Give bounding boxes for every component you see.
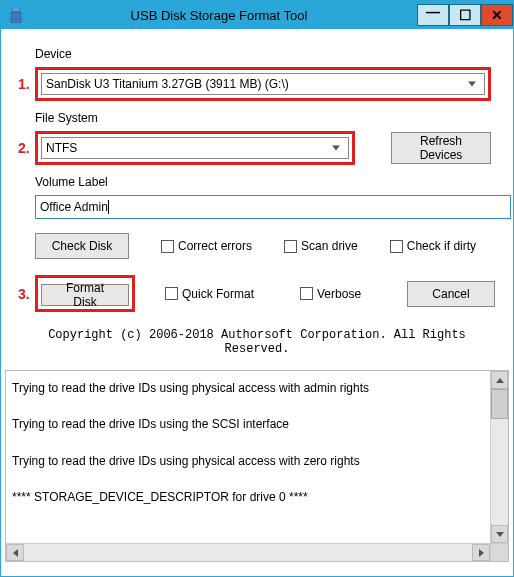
- volume-label-label: Volume Label: [35, 175, 495, 189]
- checkbox-icon: [390, 240, 403, 253]
- scroll-right-button[interactable]: [472, 544, 490, 561]
- format-highlight-frame: 3. Format Disk: [35, 275, 135, 312]
- verbose-label: Verbose: [317, 287, 361, 301]
- app-window: USB Disk Storage Format Tool — ☐ ✕ Devic…: [0, 0, 514, 577]
- scroll-left-button[interactable]: [6, 544, 24, 561]
- annotation-2: 2.: [18, 140, 30, 156]
- scroll-down-button[interactable]: [491, 525, 508, 543]
- checkbox-icon: [161, 240, 174, 253]
- log-line: **** STORAGE_DEVICE_DESCRIPTOR for drive…: [12, 490, 484, 504]
- log-line: Trying to read the drive IDs using physi…: [12, 381, 484, 395]
- scroll-corner: [490, 544, 508, 561]
- device-highlight-frame: 1. SanDisk U3 Titanium 3.27GB (3911 MB) …: [35, 67, 491, 101]
- checkbox-icon: [300, 287, 313, 300]
- check-disk-button[interactable]: Check Disk: [35, 233, 129, 259]
- checkbox-icon: [284, 240, 297, 253]
- titlebar[interactable]: USB Disk Storage Format Tool — ☐ ✕: [1, 1, 513, 29]
- scroll-up-button[interactable]: [491, 371, 508, 389]
- horizontal-scrollbar[interactable]: [6, 543, 508, 561]
- annotation-3: 3.: [18, 286, 30, 302]
- filesystem-selected-text: NTFS: [46, 141, 77, 155]
- correct-errors-checkbox[interactable]: Correct errors: [161, 239, 252, 253]
- check-disk-row: Check Disk Correct errors Scan drive Che…: [35, 233, 495, 259]
- scroll-thumb[interactable]: [491, 389, 508, 419]
- svg-rect-0: [12, 7, 20, 12]
- volume-label-input[interactable]: Office Admin: [35, 195, 511, 219]
- vertical-scrollbar[interactable]: [490, 371, 508, 543]
- correct-errors-label: Correct errors: [178, 239, 252, 253]
- close-button[interactable]: ✕: [481, 4, 513, 26]
- device-selected-text: SanDisk U3 Titanium 3.27GB (3911 MB) (G:…: [46, 77, 289, 91]
- log-line: Trying to read the drive IDs using physi…: [12, 454, 484, 468]
- scan-drive-checkbox[interactable]: Scan drive: [284, 239, 358, 253]
- cancel-button[interactable]: Cancel: [407, 281, 495, 307]
- filesystem-label: File System: [35, 111, 495, 125]
- main-content: Device 1. SanDisk U3 Titanium 3.27GB (39…: [1, 29, 513, 370]
- filesystem-highlight-frame: 2. NTFS: [35, 131, 355, 165]
- refresh-devices-button[interactable]: Refresh Devices: [391, 132, 491, 164]
- quick-format-checkbox[interactable]: Quick Format: [165, 287, 254, 301]
- maximize-button[interactable]: ☐: [449, 4, 481, 26]
- device-label: Device: [35, 47, 495, 61]
- minimize-button[interactable]: —: [417, 4, 449, 26]
- annotation-1: 1.: [18, 76, 30, 92]
- svg-rect-1: [11, 12, 21, 23]
- format-disk-button[interactable]: Format Disk: [41, 284, 129, 306]
- check-dirty-label: Check if dirty: [407, 239, 476, 253]
- copyright-text: Copyright (c) 2006-2018 Authorsoft Corpo…: [19, 328, 495, 356]
- app-icon: [7, 6, 25, 24]
- quick-format-label: Quick Format: [182, 287, 254, 301]
- format-disk-row: 3. Format Disk Quick Format Verbose Canc…: [35, 275, 495, 312]
- log-panel: Trying to read the drive IDs using physi…: [5, 370, 509, 562]
- window-title: USB Disk Storage Format Tool: [31, 8, 417, 23]
- log-line: Trying to read the drive IDs using the S…: [12, 417, 484, 431]
- log-text-area[interactable]: Trying to read the drive IDs using physi…: [6, 371, 490, 543]
- volume-label-value: Office Admin: [40, 200, 108, 214]
- verbose-checkbox[interactable]: Verbose: [300, 287, 361, 301]
- scan-drive-label: Scan drive: [301, 239, 358, 253]
- checkbox-icon: [165, 287, 178, 300]
- filesystem-select[interactable]: NTFS: [41, 137, 349, 159]
- hscroll-track[interactable]: [24, 544, 472, 561]
- device-select[interactable]: SanDisk U3 Titanium 3.27GB (3911 MB) (G:…: [41, 73, 485, 95]
- text-cursor: [108, 200, 109, 214]
- check-dirty-checkbox[interactable]: Check if dirty: [390, 239, 476, 253]
